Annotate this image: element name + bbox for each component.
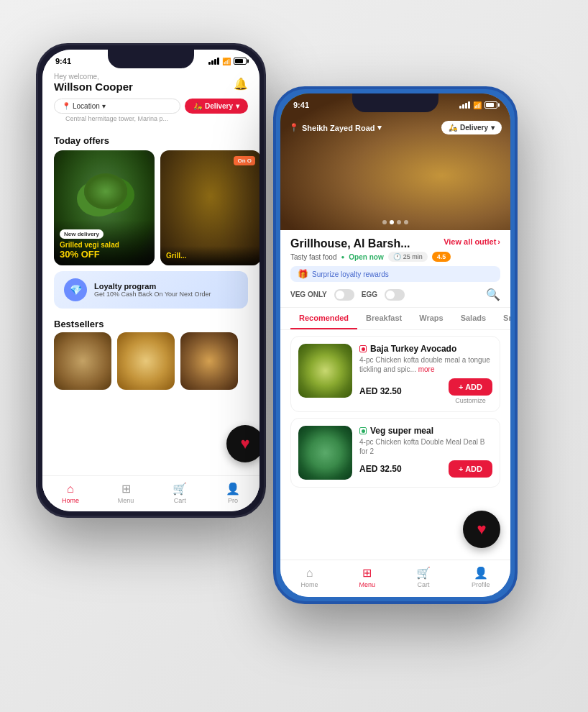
nav-home[interactable]: ⌂ Home bbox=[62, 483, 79, 504]
veg-dot-2 bbox=[362, 429, 365, 433]
bestseller-image-3 bbox=[180, 332, 238, 390]
bestseller-image-2 bbox=[117, 332, 175, 390]
delivery-icon-2: 🛵 bbox=[449, 124, 457, 132]
restaurant-hero-image: 📍 Sheikh Zayed Road ▾ 🛵 Delivery ▾ bbox=[280, 93, 510, 230]
cuisine-text: Tasty fast food bbox=[290, 253, 336, 261]
diet-filter-row: VEG ONLY EGG 🔍 bbox=[280, 282, 510, 308]
dot-2 bbox=[390, 220, 394, 224]
phone-2-time: 9:41 bbox=[293, 101, 309, 109]
offer-1-discount: 30% OFF bbox=[60, 249, 149, 260]
location-selector[interactable]: 📍 Location ▾ bbox=[54, 99, 180, 114]
on-badge: On O bbox=[234, 156, 255, 165]
user-name: Willson Cooper bbox=[54, 81, 133, 93]
customize-label-1: Customize bbox=[449, 397, 492, 404]
veg-indicator-2 bbox=[359, 427, 367, 434]
nav-profile[interactable]: 👤 Pro bbox=[226, 482, 240, 504]
view-all-label: View all outlet bbox=[444, 237, 496, 246]
loyalty-diamond-icon: 💎 bbox=[64, 278, 87, 301]
bestsellers-scroll bbox=[42, 332, 259, 390]
delivery-label: Delivery bbox=[205, 102, 233, 110]
menu-item-2[interactable]: Veg super meal 4-pc Chicken kofta Double… bbox=[290, 418, 500, 488]
location-pin-icon-2: 📍 bbox=[289, 123, 299, 132]
offer-card-1[interactable]: New delivery Grilled vegi salad 30% OFF bbox=[54, 150, 155, 265]
cart-icon-2: 🛒 bbox=[416, 566, 431, 580]
nav-2-menu[interactable]: ⊞ Menu bbox=[359, 566, 375, 588]
profile-icon-2: 👤 bbox=[474, 566, 488, 580]
delivery-btn-2[interactable]: 🛵 Delivery ▾ bbox=[441, 121, 502, 134]
tab-wraps[interactable]: Wraps bbox=[410, 308, 451, 329]
nav-2-profile[interactable]: 👤 Profile bbox=[472, 566, 490, 588]
loyalty-tag[interactable]: 🎁 Surprize loyalty rewards bbox=[290, 266, 500, 282]
menu-item-1-image bbox=[298, 344, 352, 398]
menu-item-2-desc: 4-pc Chicken kofta Double Meal Deal B fo… bbox=[359, 437, 492, 456]
phone-2-status-icons: 📶 bbox=[459, 101, 497, 109]
phone-1-bottom-nav: ⌂ Home ⊞ Menu 🛒 Cart 👤 Pro bbox=[42, 475, 259, 511]
chevron-down-icon: ▾ bbox=[102, 102, 106, 110]
bestseller-card-1[interactable] bbox=[54, 332, 111, 390]
menu-item-1-name: Baja Turkey Avocado bbox=[370, 344, 456, 354]
tab-breakfast[interactable]: Breakfast bbox=[357, 308, 410, 329]
notification-bell-icon[interactable]: 🔔 bbox=[234, 77, 248, 91]
location-label: Location bbox=[73, 102, 100, 110]
nav-menu[interactable]: ⊞ Menu bbox=[118, 482, 134, 504]
non-veg-indicator bbox=[359, 345, 367, 352]
menu-icon-2: ⊞ bbox=[362, 566, 372, 580]
today-offers-title: Today offers bbox=[42, 129, 259, 150]
nav-2-home[interactable]: ⌂ Home bbox=[300, 567, 318, 588]
veg-only-toggle[interactable] bbox=[334, 289, 354, 301]
tab-snacks[interactable]: Sna bbox=[495, 308, 510, 329]
menu-tabs: Recomended Breakfast Wraps Salads Sna bbox=[280, 308, 510, 330]
menu-item-1-price: AED 32.50 bbox=[359, 386, 402, 396]
offer-card-2[interactable]: On O Grill... bbox=[160, 150, 259, 265]
location-selector-2[interactable]: 📍 Sheikh Zayed Road ▾ bbox=[289, 123, 382, 132]
logo-heart-icon-2: ♥ bbox=[477, 520, 486, 539]
phone-2: 9:41 📶 📍 bbox=[273, 86, 518, 604]
menu-item-1[interactable]: Baja Turkey Avocado 4-pc Chicken kofta d… bbox=[290, 336, 500, 412]
signal-icon-2 bbox=[459, 101, 470, 109]
egg-toggle[interactable] bbox=[385, 289, 405, 301]
menu-item-2-info: Veg super meal 4-pc Chicken kofta Double… bbox=[359, 426, 492, 480]
nav-menu-label: Menu bbox=[118, 497, 134, 504]
nav-cart[interactable]: 🛒 Cart bbox=[173, 482, 187, 504]
phone-1: 9:41 📶 Hey welcome, Willson Cooper bbox=[36, 43, 266, 518]
delivery-chevron-icon: ▾ bbox=[236, 102, 239, 110]
battery-icon-2 bbox=[484, 101, 497, 109]
delivery-time-badge: 🕐 25 min bbox=[388, 252, 428, 262]
restaurant-info: Grillhouse, Al Barsh... View all outlet … bbox=[280, 230, 510, 282]
nav-2-cart[interactable]: 🛒 Cart bbox=[416, 566, 431, 588]
offer-card-1-overlay: New delivery Grilled vegi salad 30% OFF bbox=[54, 220, 155, 265]
loyalty-banner[interactable]: 💎 Loyalty program Get 10% Cash Back On Y… bbox=[54, 271, 248, 309]
clock-icon: 🕐 bbox=[393, 253, 401, 260]
open-dot-icon: ● bbox=[341, 254, 344, 260]
tab-recommended[interactable]: Recomended bbox=[290, 308, 357, 329]
nav-2-menu-label: Menu bbox=[359, 581, 375, 588]
tab-salads[interactable]: Salads bbox=[452, 308, 495, 329]
loyalty-tag-text: Surprize loyalty rewards bbox=[312, 270, 389, 278]
chevron-icon-2: ▾ bbox=[377, 123, 382, 132]
phone-2-content: 📍 Sheikh Zayed Road ▾ 🛵 Delivery ▾ bbox=[280, 93, 510, 575]
bestseller-card-3[interactable] bbox=[180, 332, 238, 390]
food-image-2 bbox=[298, 426, 352, 480]
profile-icon: 👤 bbox=[226, 482, 240, 496]
more-link-1[interactable]: more bbox=[418, 365, 435, 373]
signal-icon bbox=[208, 58, 219, 65]
phone-2-app-logo: ♥ bbox=[463, 511, 500, 548]
delivery-button[interactable]: 🛵 Delivery ▾ bbox=[185, 99, 248, 114]
chevron-right-icon: › bbox=[497, 237, 500, 246]
nav-profile-label: Pro bbox=[228, 497, 238, 504]
add-button-1[interactable]: + ADD bbox=[449, 378, 492, 396]
phone-1-header: Hey welcome, Willson Cooper 🔔 📍 Location… bbox=[42, 68, 259, 129]
bestseller-card-2[interactable] bbox=[117, 332, 175, 390]
carousel-dots bbox=[382, 220, 408, 224]
home-icon-2: ⌂ bbox=[306, 567, 313, 580]
dot-3 bbox=[397, 220, 401, 224]
veg-only-label: VEG ONLY bbox=[290, 291, 327, 298]
phone-2-notch bbox=[352, 93, 438, 112]
food-image-1 bbox=[298, 344, 352, 398]
add-button-2[interactable]: + ADD bbox=[449, 460, 492, 478]
phone-1-app-logo: ♥ bbox=[226, 425, 259, 462]
search-icon[interactable]: 🔍 bbox=[486, 288, 500, 301]
view-all-outlet-link[interactable]: View all outlet › bbox=[444, 237, 500, 246]
offer-card-2-overlay: Grill... bbox=[160, 246, 259, 265]
nav-2-home-label: Home bbox=[300, 581, 318, 588]
